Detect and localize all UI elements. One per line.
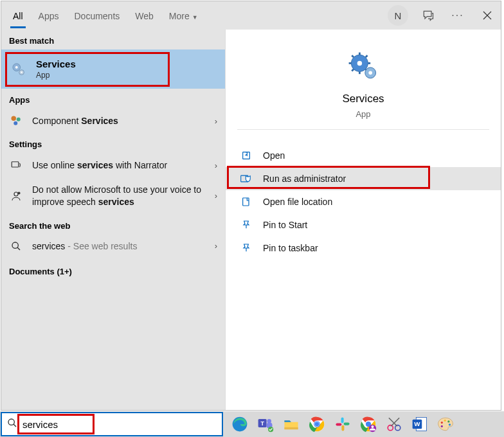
svg-point-63 (441, 425, 443, 427)
best-match-result[interactable]: Services App (1, 49, 225, 89)
gears-icon-large (344, 48, 382, 86)
taskbar-pinned-apps: T W (223, 414, 456, 434)
svg-text:W: W (414, 420, 420, 427)
settings-result-narrator-services[interactable]: Use online services with Narrator › (1, 153, 225, 177)
web-result-services[interactable]: services - See web results › (1, 235, 225, 258)
user-avatar[interactable]: N (388, 5, 408, 26)
results-pane: Best match Services App Apps Component S… (1, 30, 225, 410)
taskbar-app-edge[interactable] (230, 414, 250, 434)
gears-icon (10, 61, 27, 78)
svg-point-10 (14, 192, 18, 196)
pin-icon (240, 243, 253, 253)
svg-rect-44 (341, 417, 344, 423)
more-options-icon[interactable]: ··· (448, 6, 467, 25)
preview-actions: Open Run as administrator Open file loca… (226, 144, 501, 260)
svg-point-8 (14, 121, 17, 125)
taskbar-app-chrome[interactable] (307, 414, 327, 434)
best-match-title: Services (36, 58, 76, 69)
svg-point-11 (18, 192, 20, 194)
section-documents-label: Documents (1+) (1, 258, 225, 280)
svg-point-31 (8, 419, 14, 425)
settings-result-speech-services[interactable]: Do not allow Microsoft to use your voice… (1, 177, 225, 215)
filter-tabs: All Apps Documents Web More▼ N ··· (1, 1, 501, 30)
svg-rect-28 (243, 198, 249, 206)
svg-point-25 (368, 71, 372, 75)
start-search-panel: All Apps Documents Web More▼ N ··· Best … (1, 1, 501, 411)
svg-rect-45 (344, 423, 350, 425)
section-settings-label: Settings (1, 133, 225, 153)
action-run-as-administrator[interactable]: Run as administrator (226, 167, 501, 190)
taskbar-app-chrome-profile[interactable] (358, 414, 379, 434)
apps-result-component-services[interactable]: Component Services › (1, 109, 225, 133)
svg-point-61 (447, 420, 449, 422)
admin-shield-icon (240, 174, 253, 184)
chevron-right-icon: › (215, 191, 217, 201)
tab-web[interactable]: Web (127, 3, 161, 28)
search-icon (7, 418, 17, 431)
svg-point-3 (15, 66, 18, 68)
svg-text:T: T (260, 420, 264, 427)
svg-point-51 (371, 425, 374, 428)
svg-point-62 (449, 424, 451, 425)
feedback-icon[interactable] (419, 6, 438, 25)
svg-point-43 (315, 422, 320, 427)
top-right-controls: N ··· (388, 1, 497, 30)
svg-point-5 (21, 71, 22, 73)
svg-point-36 (267, 419, 271, 424)
annotation-highlight (5, 52, 170, 87)
close-icon[interactable] (478, 6, 497, 25)
action-open[interactable]: Open (226, 144, 501, 167)
folder-icon (240, 197, 253, 207)
taskbar-app-file-explorer[interactable] (281, 414, 302, 434)
section-web-label: Search the web (1, 215, 225, 235)
action-open-file-location[interactable]: Open file location (226, 190, 501, 213)
open-icon (240, 150, 253, 161)
tab-apps[interactable]: Apps (31, 3, 67, 28)
taskbar-search[interactable] (1, 412, 223, 436)
svg-line-23 (352, 69, 354, 71)
svg-line-20 (352, 55, 354, 57)
svg-point-59 (441, 422, 443, 424)
caret-down-icon: ▼ (192, 14, 198, 21)
svg-line-32 (14, 424, 16, 427)
best-match-subtitle: App (36, 71, 76, 80)
svg-point-53 (395, 425, 401, 431)
section-best-match-label: Best match (1, 30, 225, 49)
search-input[interactable] (21, 418, 217, 431)
taskbar-app-slack[interactable] (332, 414, 353, 434)
section-apps-label: Apps (1, 89, 225, 109)
taskbar-app-snip[interactable] (384, 414, 404, 434)
action-pin-to-start[interactable]: Pin to Start (226, 213, 501, 236)
tab-documents[interactable]: Documents (66, 3, 127, 28)
svg-point-12 (12, 242, 18, 248)
action-pin-to-taskbar[interactable]: Pin to taskbar (226, 236, 501, 260)
svg-rect-46 (341, 425, 344, 431)
svg-point-7 (17, 118, 21, 121)
chevron-right-icon: › (215, 161, 217, 170)
preview-subtitle: App (226, 109, 501, 119)
tab-all[interactable]: All (5, 3, 31, 28)
svg-point-52 (388, 425, 393, 431)
taskbar: T W (0, 411, 504, 437)
preview-title: Services (226, 93, 501, 105)
chevron-right-icon: › (215, 241, 217, 251)
svg-line-13 (17, 247, 20, 250)
pin-icon (240, 220, 253, 230)
svg-rect-39 (284, 427, 298, 429)
taskbar-app-paint[interactable] (435, 414, 456, 434)
svg-rect-47 (336, 423, 341, 425)
svg-point-60 (444, 420, 446, 422)
svg-rect-26 (243, 152, 250, 159)
speech-icon (9, 190, 23, 202)
tab-more[interactable]: More▼ (161, 3, 206, 28)
narrator-icon (9, 159, 23, 171)
component-services-icon (9, 115, 23, 127)
chevron-right-icon: › (215, 116, 217, 126)
svg-point-6 (12, 116, 17, 121)
search-icon (9, 241, 23, 251)
preview-pane: Services App Open Run as administrator O… (225, 30, 501, 410)
svg-point-15 (357, 61, 362, 66)
taskbar-app-word[interactable]: W (410, 414, 430, 434)
svg-rect-9 (12, 162, 19, 167)
taskbar-app-teams[interactable]: T (255, 414, 276, 434)
